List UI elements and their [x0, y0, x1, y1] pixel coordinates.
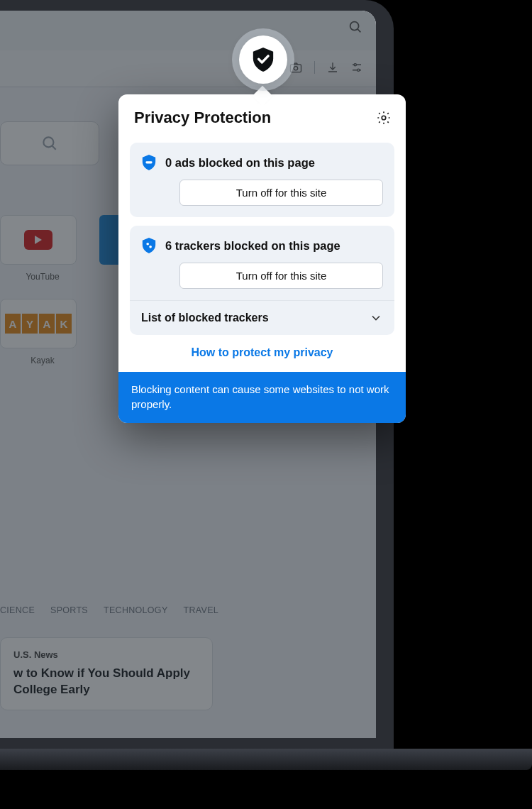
blocked-trackers-list-toggle[interactable]: List of blocked trackers [130, 300, 394, 335]
tile-label: Kayak [0, 356, 85, 365]
gear-icon[interactable] [376, 110, 392, 126]
turn-off-trackers-button[interactable]: Turn off for this site [179, 263, 383, 289]
chevron-down-icon [369, 311, 383, 325]
svg-point-8 [43, 137, 53, 147]
laptop-base [0, 749, 532, 770]
svg-point-6 [354, 64, 356, 66]
news-categories: CIENCE SPORTS TECHNOLOGY TRAVEL [0, 605, 218, 615]
tile-label: YouTube [0, 272, 85, 282]
svg-rect-11 [145, 161, 152, 163]
trackers-blocked-card: 6 trackers blocked on this page Turn off… [130, 226, 394, 300]
svg-point-10 [382, 116, 386, 120]
warning-banner: Blocking content can cause some websites… [118, 372, 406, 423]
svg-point-3 [294, 67, 297, 70]
privacy-protection-panel: Privacy Protection 0 ads blocked on this… [118, 94, 406, 423]
category-link[interactable]: SPORTS [50, 605, 88, 615]
help-link[interactable]: How to protect my privacy [118, 335, 406, 372]
privacy-shield-button[interactable] [239, 35, 287, 84]
trackers-blocked-text: 6 trackers blocked on this page [165, 239, 340, 253]
svg-rect-2 [291, 65, 301, 72]
svg-line-1 [358, 29, 360, 32]
ads-blocked-text: 0 ads blocked on this page [165, 156, 315, 170]
category-link[interactable]: CIENCE [0, 605, 35, 615]
kayak-icon: AYAK [5, 314, 72, 334]
category-link[interactable]: TRAVEL [184, 605, 219, 615]
svg-line-9 [52, 145, 55, 149]
youtube-icon [24, 230, 52, 250]
download-icon[interactable] [326, 61, 339, 74]
list-label: List of blocked trackers [141, 312, 269, 324]
search-icon[interactable] [348, 19, 363, 35]
news-eyebrow: U.S. News [13, 649, 199, 660]
tracker-shield-icon [141, 237, 157, 254]
svg-point-0 [350, 22, 359, 31]
page-search-box[interactable] [0, 121, 99, 165]
svg-point-13 [149, 246, 152, 248]
speed-dial-kayak[interactable]: AYAK Kayak [0, 299, 85, 365]
adblock-shield-icon [141, 154, 157, 171]
speed-dial-youtube[interactable]: YouTube [0, 215, 85, 282]
shield-check-icon [251, 46, 275, 73]
camera-icon[interactable] [289, 60, 303, 75]
panel-title: Privacy Protection [134, 109, 271, 127]
category-link[interactable]: TECHNOLOGY [104, 605, 168, 615]
browser-toolbar [0, 11, 376, 50]
separator [314, 61, 315, 74]
svg-point-7 [358, 69, 360, 71]
ads-blocked-card: 0 ads blocked on this page Turn off for … [130, 143, 394, 217]
browser-extension-row [0, 50, 376, 87]
news-headline: w to Know if You Should Apply College Ea… [13, 666, 199, 698]
settings-sliders-icon[interactable] [350, 61, 363, 74]
news-card[interactable]: U.S. News w to Know if You Should Apply … [0, 637, 213, 710]
turn-off-ads-button[interactable]: Turn off for this site [179, 180, 383, 206]
svg-point-12 [146, 243, 149, 246]
